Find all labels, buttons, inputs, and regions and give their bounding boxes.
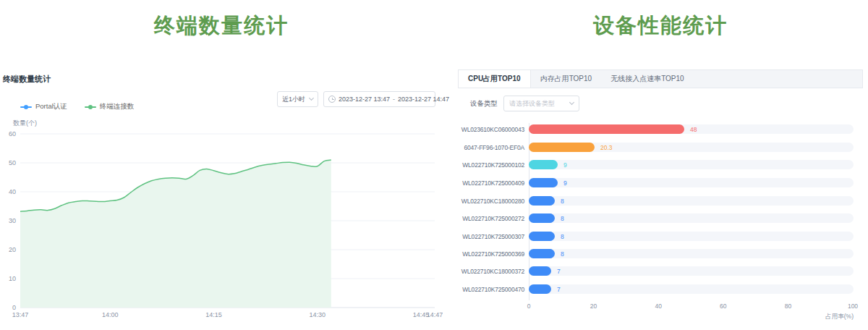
- dashboard: 终端数量统计 终端数量统计 近1小时 2023-12-27 13:47 - 20…: [0, 0, 868, 330]
- bar-value-label: 9: [563, 174, 567, 192]
- bar-track: [529, 266, 854, 276]
- bar[interactable]: [529, 284, 551, 294]
- tab-cpu-top10[interactable]: CPU占用TOP10: [459, 70, 531, 88]
- device-label: WL023610KC06000043: [458, 121, 524, 138]
- x-tick-label: 80: [785, 302, 791, 310]
- device-label: WL022710K725000272: [458, 210, 524, 227]
- tab-wireless-ap-rate-top10[interactable]: 无线接入点速率TOP10: [601, 70, 694, 88]
- x-axis-title: 占用率(%): [825, 313, 854, 321]
- bar-track: [529, 143, 854, 152]
- device-type-label: 设备类型: [470, 99, 498, 109]
- bar-track: [529, 284, 854, 294]
- bar-row: WL022710KC180003727: [458, 263, 863, 280]
- device-type-placeholder: 请选择设备类型: [509, 99, 555, 109]
- bar[interactable]: [529, 249, 555, 258]
- device-label: WL022710KC18000372: [458, 263, 524, 280]
- device-type-select[interactable]: 请选择设备类型: [503, 96, 579, 111]
- terminal-count-line-chart: 010203040506013:4714:0014:1514:3014:4514…: [0, 116, 443, 330]
- performance-tabs: CPU占用TOP10 内存占用TOP10 无线接入点速率TOP10: [458, 69, 863, 88]
- bar-value-label: 8: [561, 192, 564, 210]
- bar-track: [529, 196, 854, 206]
- bar-row: 6047-FF96-1070-EF0A20.3: [458, 139, 863, 156]
- legend-dot-icon: [24, 105, 28, 109]
- bar[interactable]: [529, 143, 595, 152]
- device-performance-panel: 设备性能统计 CPU占用TOP10 内存占用TOP10 无线接入点速率TOP10…: [458, 0, 863, 330]
- terminal-stats-panel: 终端数量统计 终端数量统计 近1小时 2023-12-27 13:47 - 20…: [0, 0, 443, 330]
- chevron-down-icon: [569, 100, 574, 105]
- x-tick-label: 14:30: [309, 311, 326, 318]
- bar-row: WL022710K7250004099: [458, 174, 863, 192]
- device-label: WL022710K725000409: [458, 174, 524, 192]
- bar-row: WL022710K7250001029: [458, 156, 863, 174]
- bar-row: WL022710K7250004707: [458, 281, 863, 298]
- device-label: WL022710K725000102: [458, 156, 524, 174]
- legend-item-portal-auth[interactable]: Portal认证: [20, 102, 67, 111]
- device-type-filter: 设备类型 请选择设备类型: [470, 96, 579, 111]
- bar[interactable]: [529, 213, 555, 223]
- legend-label: 终端连接数: [100, 102, 135, 111]
- bar-row: WL023610KC0600004348: [458, 121, 863, 138]
- bar[interactable]: [529, 124, 684, 134]
- bar-value-label: 48: [690, 121, 697, 138]
- bar[interactable]: [529, 196, 555, 206]
- x-tick-label: 14:47: [427, 311, 443, 318]
- bar-value-label: 9: [563, 156, 567, 174]
- y-tick-label: 50: [9, 159, 16, 166]
- bar-value-label: 8: [561, 228, 564, 245]
- bar-track: [529, 232, 854, 241]
- legend-line-icon: [20, 106, 32, 108]
- bar-row: WL022710K7250003078: [458, 228, 863, 245]
- time-range-select[interactable]: 近1小时: [277, 91, 318, 107]
- bar-track: [529, 160, 854, 169]
- right-section-title: 设备性能统计: [458, 12, 863, 41]
- device-label: 6047-FF96-1070-EF0A: [458, 139, 524, 156]
- bar-row: WL022710KC180002808: [458, 192, 863, 210]
- bar[interactable]: [529, 178, 558, 187]
- x-tick-label: 14:15: [205, 311, 222, 318]
- bar-value-label: 20.3: [600, 139, 613, 156]
- x-tick-label: 13:47: [12, 311, 29, 318]
- device-label: WL022710KC18000280: [458, 192, 524, 210]
- device-label: WL022710K725000470: [458, 281, 524, 298]
- x-tick-label: 40: [655, 302, 661, 310]
- legend-line-icon: [85, 106, 96, 108]
- device-label: WL022710K725000369: [458, 245, 524, 263]
- bar-track: [529, 249, 854, 258]
- cpu-top10-bar-chart: WL023610KC06000043486047-FF96-1070-EF0A2…: [458, 116, 863, 330]
- date-range-picker[interactable]: 2023-12-27 13:47 - 2023-12-27 14:47: [323, 91, 435, 107]
- tab-memory-top10[interactable]: 内存占用TOP10: [531, 70, 602, 88]
- bar-value-label: 7: [557, 281, 561, 298]
- terminal-panel-header: 终端数量统计: [3, 74, 51, 85]
- bar-value-label: 8: [561, 210, 564, 227]
- device-label: WL022710K725000307: [458, 228, 524, 245]
- bar-row: WL022710K7250002728: [458, 210, 863, 227]
- y-tick-label: 40: [9, 188, 16, 195]
- bar-track: [529, 178, 854, 187]
- chart-legend: Portal认证 终端连接数: [20, 102, 134, 111]
- bar[interactable]: [529, 232, 555, 241]
- time-range-value: 近1小时: [282, 95, 305, 104]
- clock-icon: [328, 96, 336, 103]
- date-separator: -: [393, 96, 395, 103]
- y-tick-label: 30: [9, 217, 16, 224]
- terminal-connections-area: [20, 160, 331, 308]
- bar-value-label: 7: [557, 263, 561, 280]
- y-tick-label: 60: [9, 130, 16, 138]
- legend-label: Portal认证: [35, 102, 67, 111]
- y-tick-label: 20: [9, 246, 16, 253]
- y-tick-label: 10: [9, 275, 16, 282]
- legend-item-terminal-connections[interactable]: 终端连接数: [85, 102, 135, 111]
- bar[interactable]: [529, 160, 558, 169]
- bar-track: [529, 213, 854, 223]
- x-tick-label: 0: [527, 302, 531, 310]
- legend-dot-icon: [88, 105, 93, 109]
- x-tick-label: 20: [590, 302, 597, 310]
- bar-value-label: 8: [561, 245, 564, 263]
- bar[interactable]: [529, 266, 551, 276]
- chevron-down-icon: [309, 96, 314, 101]
- y-tick-label: 0: [12, 304, 16, 311]
- date-start: 2023-12-27 13:47: [339, 96, 390, 103]
- x-tick-label: 60: [720, 302, 726, 310]
- left-section-title: 终端数量统计: [0, 12, 443, 41]
- x-tick-label: 100: [848, 302, 858, 310]
